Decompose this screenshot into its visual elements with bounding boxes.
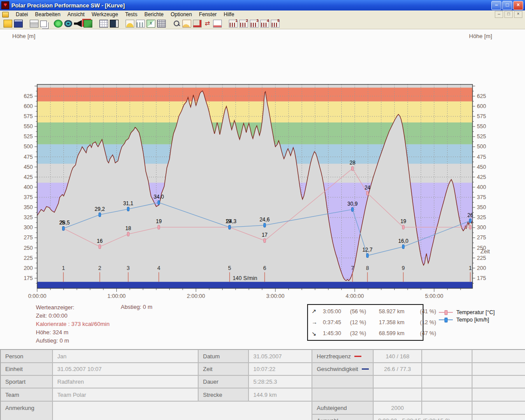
data-point-marker	[402, 225, 404, 229]
data-point-marker	[158, 200, 160, 204]
calendar-icon[interactable]	[99, 20, 108, 28]
report-5-icon[interactable]: 5	[271, 20, 280, 28]
uphill-stats-row: ↗ 3:05:00 (56 %) 58.927 km (41 %)	[308, 308, 423, 315]
chart-legend: Temperatur [°C] Tempo [km/h]	[439, 308, 495, 323]
y-axis-title-right: Höhe [m]	[469, 33, 492, 39]
close-button[interactable]: ×	[513, 1, 523, 10]
compare-icon[interactable]: ⇄	[203, 20, 211, 27]
y-axis-tick-label: 600	[477, 103, 486, 109]
data-point-marker	[351, 207, 353, 211]
bar-view-icon[interactable]	[136, 20, 145, 28]
child-window-icon[interactable]	[2, 12, 9, 18]
value-indicator-title: Werteanzeiger:	[36, 303, 109, 312]
data-point-marker	[229, 225, 231, 229]
report-2-icon[interactable]: 2	[239, 20, 248, 28]
data-point-label: 12,7	[362, 247, 373, 253]
menu-item-datei[interactable]: Datei	[12, 11, 32, 18]
herzfrequenz-label: Herzfrequenz	[312, 350, 373, 363]
sound-icon[interactable]	[74, 20, 82, 27]
ir-interface-icon[interactable]	[84, 20, 92, 28]
value-indicator-calories: Kalorienrate : 373 kcal/60min	[36, 320, 109, 328]
data-point-marker	[127, 232, 129, 236]
flat-time-pct: (12 %)	[350, 319, 379, 326]
open-file-icon[interactable]	[4, 20, 12, 28]
flat-time: 0:37:45	[323, 319, 350, 326]
mdi-restore-button[interactable]: □	[504, 11, 513, 18]
report-1-icon[interactable]: 1	[229, 20, 238, 28]
empty-cell	[472, 388, 525, 401]
print-icon[interactable]	[30, 20, 38, 28]
x-axis-tick-label: 4:00:00	[346, 293, 364, 299]
diary-icon[interactable]	[110, 20, 119, 28]
uphill-time-pct: (56 %)	[350, 308, 379, 315]
uphill-time: 3:05:00	[323, 308, 350, 315]
lap-number: 1	[62, 265, 65, 271]
app-heart-icon[interactable]: ♥	[1, 1, 9, 9]
copy-icon[interactable]	[40, 21, 47, 27]
empty-cell	[373, 388, 422, 401]
sportart-value: Radfahren	[52, 375, 198, 388]
uphill-arrow-icon: ↗	[312, 308, 323, 315]
report-4-icon[interactable]: 4	[260, 20, 269, 28]
x-axis-tick-label: 1:00:00	[108, 293, 126, 299]
restore-button[interactable]: □	[502, 1, 512, 10]
y-axis-tick-label: 175	[477, 275, 486, 281]
data-point-marker	[367, 191, 368, 195]
toolbar-separator	[24, 24, 29, 24]
y-axis-tick-label: 225	[24, 255, 33, 261]
value-indicator-panel: Werteanzeiger: Zeit: 0:00:00 Kalorienrat…	[36, 303, 109, 345]
watch-icon[interactable]	[64, 20, 72, 27]
menu-item-ansicht[interactable]: Ansicht	[64, 11, 88, 18]
marks-chart-icon[interactable]	[213, 20, 222, 28]
altitude-curve-chart[interactable]: 140 S/min123456789125161819191728241928,…	[0, 71, 525, 301]
gradient-stats-box: ↗ 3:05:00 (56 %) 58.927 km (41 %) → 0:37…	[307, 304, 424, 341]
menu-item-bearbeiten[interactable]: Bearbeiten	[32, 11, 64, 18]
y-axis-tick-label: 625	[477, 93, 486, 99]
save-icon[interactable]	[14, 20, 23, 28]
strecke-value: 144.9 km	[248, 388, 312, 401]
downhill-arrow-icon: ↘	[312, 330, 323, 337]
y-axis-tick-label: 275	[24, 234, 33, 241]
sportart-label: Sportart	[0, 375, 52, 388]
zoom-icon[interactable]	[173, 20, 181, 27]
data-point-marker	[264, 238, 266, 242]
person-value: Jan	[52, 350, 198, 363]
data-point-label: 31,1	[123, 200, 133, 206]
einheit-label: Einheit	[0, 363, 52, 375]
menu-item-werkzeuge[interactable]: Werkzeuge	[88, 11, 121, 18]
lap-number: 1	[469, 265, 472, 271]
legend-tempo: Tempo [km/h]	[439, 316, 495, 323]
altitude-zone-band	[37, 102, 472, 122]
menu-item-tests[interactable]: Tests	[122, 11, 141, 18]
menu-item-hilfe[interactable]: Hilfe	[220, 11, 238, 18]
mdi-close-button[interactable]: ×	[514, 11, 522, 18]
curve-view-icon[interactable]	[126, 20, 134, 28]
data-point-label: 34,0	[154, 194, 164, 200]
anmerkung-label: Anmerkung	[0, 401, 52, 420]
menu-item-fenster[interactable]: Fenster	[196, 11, 220, 18]
minimize-button[interactable]: –	[491, 1, 501, 10]
menu-item-berichte[interactable]: Berichte	[141, 11, 167, 18]
uphill-distance: 58.927 km	[379, 308, 420, 315]
y-axis-tick-label: 250	[24, 245, 33, 251]
report-3-icon[interactable]: 3	[250, 20, 259, 28]
team-value: Team Polar	[52, 388, 198, 401]
y-axis-tick-label: 225	[477, 255, 486, 261]
data-point-marker	[99, 213, 101, 217]
geschwindigkeit-value: 26.6 / 77.3	[373, 363, 422, 375]
y-axis-tick-label: 475	[24, 154, 33, 160]
toolbar-separator	[223, 24, 228, 24]
select-icon[interactable]	[193, 20, 202, 28]
heart-rate-line-icon	[354, 356, 361, 357]
grid-view-icon[interactable]	[157, 20, 166, 28]
percent-view-icon[interactable]: x	[147, 20, 155, 28]
heart-rate-bar	[37, 282, 472, 288]
legend-temperature-label: Temperatur [°C]	[456, 309, 495, 315]
transfer-icon[interactable]	[54, 20, 63, 28]
mdi-minimize-button[interactable]: –	[495, 11, 503, 18]
data-point-label: 28	[350, 160, 356, 166]
menu-item-optionen[interactable]: Optionen	[167, 11, 196, 18]
info-chart-icon[interactable]	[182, 20, 191, 28]
data-point-label: 16	[97, 238, 103, 244]
data-point-label: 24,3	[226, 218, 237, 224]
